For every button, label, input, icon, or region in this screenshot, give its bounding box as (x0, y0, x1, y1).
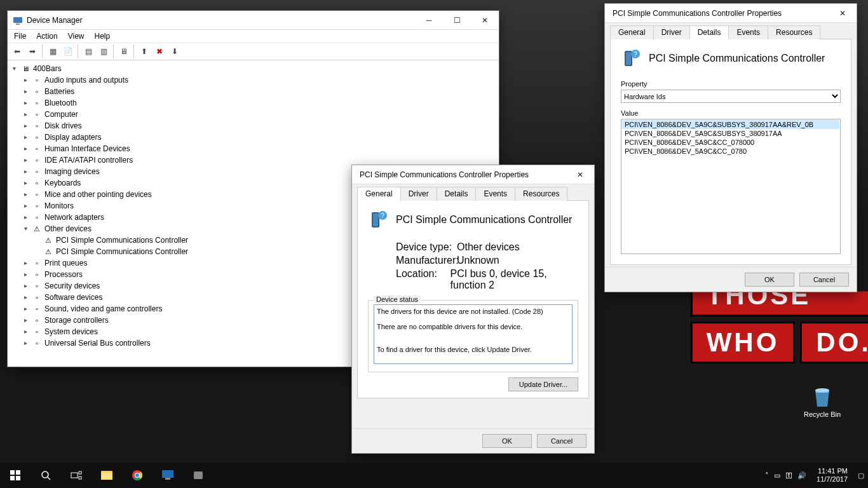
recycle-bin-icon (809, 383, 836, 409)
category-icon: ▫ (32, 304, 42, 314)
view-button-1[interactable]: ▤ (81, 44, 95, 58)
tab-details[interactable]: Details (437, 187, 477, 201)
maximize-button[interactable]: ☐ (443, 11, 471, 29)
category-icon: ▫ (32, 315, 42, 325)
svg-point-15 (42, 471, 48, 478)
category-icon: ▫ (32, 144, 42, 154)
close-button[interactable]: ✕ (829, 4, 857, 22)
status-legend: Device status (374, 295, 421, 303)
minimize-button[interactable]: ─ (415, 11, 443, 29)
svg-line-16 (48, 477, 50, 480)
clock[interactable]: 11:41 PM 11/7/2017 (811, 467, 853, 484)
tab-general[interactable]: General (357, 187, 401, 201)
tree-item[interactable]: ▸▫Human Interface Devices (10, 143, 499, 154)
taskbar-app-explorer[interactable] (92, 463, 122, 488)
device-icon: ? (368, 210, 388, 230)
list-item[interactable]: PCI\VEN_8086&DEV_5A9C&SUBSYS_380917AA (622, 129, 839, 138)
tab-resources[interactable]: Resources (768, 25, 820, 39)
property-select[interactable]: Hardware Ids (621, 90, 841, 103)
show-hidden-button[interactable]: ▦ (46, 44, 60, 58)
system-tray[interactable]: ˄ ▭ ⚿ 🔊 11:41 PM 11/7/2017 ▢ (765, 467, 868, 484)
titlebar[interactable]: PCI Simple Communications Controller Pro… (605, 4, 857, 23)
svg-rect-29 (194, 471, 203, 479)
menu-view[interactable]: View (68, 32, 85, 41)
wifi-icon[interactable]: ⚿ (785, 471, 792, 479)
taskbar-app-1[interactable] (153, 463, 183, 488)
toolbar: ⬅ ➡ ▦ 📄 ▤ ▥ 🖥 ⬆ ✖ ⬇ (8, 43, 499, 60)
tree-item[interactable]: ▸▫Computer (10, 109, 499, 120)
location: PCI bus 0, device 15, function 2 (451, 268, 578, 291)
tab-details[interactable]: Details (689, 25, 729, 39)
category-icon: ▫ (32, 132, 42, 142)
back-button[interactable]: ⬅ (10, 44, 24, 58)
tab-resources[interactable]: Resources (515, 187, 567, 201)
svg-rect-14 (16, 476, 20, 480)
category-icon: ▫ (32, 212, 42, 222)
device-name: PCI Simple Communications Controller (649, 53, 825, 64)
tree-item[interactable]: ▸▫Bluetooth (10, 97, 499, 109)
menubar: File Action View Help (8, 30, 499, 43)
value-listbox[interactable]: PCI\VEN_8086&DEV_5A9C&SUBSYS_380917AA&RE… (621, 119, 841, 254)
list-item[interactable]: PCI\VEN_8086&DEV_5A9C&CC_0780 (622, 147, 839, 156)
category-icon: ▫ (32, 178, 42, 188)
menu-action[interactable]: Action (36, 32, 57, 41)
category-icon: ▫ (32, 292, 42, 302)
tree-item[interactable]: ▸▫Display adapters (10, 132, 499, 143)
titlebar[interactable]: PCI Simple Communications Controller Pro… (352, 165, 594, 184)
cancel-button[interactable]: Cancel (799, 273, 849, 287)
device-status[interactable]: The drivers for this device are not inst… (374, 304, 573, 364)
task-view-button[interactable] (61, 463, 92, 488)
view-button-2[interactable]: ▥ (97, 44, 111, 58)
tree-item[interactable]: ▸▫Disk drives (10, 120, 499, 132)
update-driver-button[interactable]: ⬆ (137, 44, 151, 58)
tab-general[interactable]: General (610, 25, 654, 39)
menu-help[interactable]: Help (95, 32, 111, 41)
list-item[interactable]: PCI\VEN_8086&DEV_5A9C&CC_078000 (622, 138, 839, 147)
tabs: General Driver Details Events Resources (610, 23, 851, 39)
device-icon: ? (621, 48, 641, 69)
taskbar-app-chrome[interactable] (122, 463, 153, 488)
recycle-bin[interactable]: Recycle Bin (799, 383, 845, 418)
search-button[interactable] (31, 463, 61, 488)
list-item[interactable]: PCI\VEN_8086&DEV_5A9C&SUBSYS_380917AA&RE… (622, 120, 839, 129)
ok-button[interactable]: OK (482, 434, 532, 448)
scan-button[interactable]: 🖥 (117, 44, 131, 58)
titlebar[interactable]: Device Manager ─ ☐ ✕ (8, 11, 499, 30)
tray-chevron-icon[interactable]: ˄ (765, 471, 769, 480)
svg-rect-4 (373, 214, 378, 226)
close-button[interactable]: ✕ (566, 166, 594, 184)
tree-item[interactable]: ▸▫Audio inputs and outputs (10, 74, 499, 86)
category-icon: ▫ (32, 281, 42, 291)
start-button[interactable] (0, 463, 31, 488)
ok-button[interactable]: OK (745, 273, 794, 287)
update-driver-button[interactable]: Update Driver... (508, 377, 578, 391)
category-icon: ⚠ (32, 224, 42, 234)
category-icon: ▫ (32, 269, 42, 280)
taskbar-app-2[interactable] (183, 463, 214, 488)
cancel-button[interactable]: Cancel (537, 434, 587, 448)
battery-icon[interactable]: ▭ (774, 471, 780, 480)
uninstall-button[interactable]: ✖ (153, 44, 166, 58)
close-button[interactable]: ✕ (471, 11, 499, 29)
tab-events[interactable]: Events (475, 187, 515, 201)
tree-item[interactable]: ▸▫Batteries (10, 86, 499, 97)
svg-rect-27 (162, 470, 173, 478)
disable-button[interactable]: ⬇ (168, 44, 182, 58)
tab-driver[interactable]: Driver (653, 25, 690, 39)
category-icon: ▫ (32, 86, 42, 97)
notifications-icon[interactable]: ▢ (858, 471, 864, 480)
properties-button[interactable]: 📄 (61, 44, 75, 58)
svg-rect-28 (165, 478, 170, 480)
tree-root[interactable]: 400Bars (33, 63, 62, 74)
properties-details-dialog: PCI Simple Communications Controller Pro… (604, 3, 857, 292)
menu-file[interactable]: File (14, 32, 26, 41)
tab-events[interactable]: Events (728, 25, 768, 39)
category-icon: ▫ (32, 98, 42, 108)
category-icon: ▫ (32, 121, 42, 131)
forward-button[interactable]: ➡ (25, 44, 39, 58)
value-label: Value (621, 109, 841, 117)
window-title: Device Manager (27, 16, 415, 25)
volume-icon[interactable]: 🔊 (797, 471, 806, 480)
tab-driver[interactable]: Driver (400, 187, 437, 201)
category-icon: ▫ (32, 166, 42, 177)
